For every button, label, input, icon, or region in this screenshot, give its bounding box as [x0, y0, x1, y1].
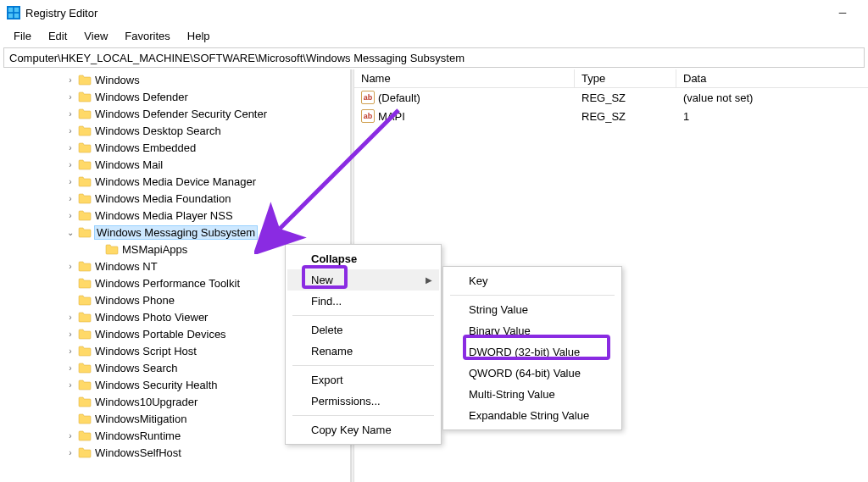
tree-item[interactable]: ›Windows Mail — [0, 156, 350, 173]
folder-icon — [78, 226, 92, 238]
tree-item-label: Windows Media Foundation — [95, 192, 231, 205]
chevron-icon[interactable]: › — [64, 446, 76, 458]
svg-rect-3 — [14, 14, 19, 18]
list-row[interactable]: ab(Default)REG_SZ(value not set) — [354, 88, 868, 107]
context-menu: CollapseNew▶Find...DeleteRenameExportPer… — [285, 244, 442, 445]
tree-item-label: Windows Embedded — [95, 141, 196, 154]
chevron-icon[interactable]: › — [64, 108, 76, 119]
tree-item-label: WindowsRuntime — [95, 429, 181, 442]
folder-icon — [78, 413, 92, 424]
tree-item-label: Windows Desktop Search — [95, 125, 221, 137]
menu-item-dword-32-bit-value[interactable]: DWORD (32-bit) Value — [445, 341, 620, 363]
tree-item-label: Windows Defender — [95, 91, 188, 103]
chevron-icon[interactable]: › — [64, 362, 76, 374]
menu-item-binary-value[interactable]: Binary Value — [445, 320, 620, 341]
tree-item-label: Windows Script Host — [95, 345, 197, 357]
folder-icon — [78, 91, 92, 102]
address-path: Computer\HKEY_LOCAL_MACHINE\SOFTWARE\Mic… — [9, 52, 465, 64]
tree-item-label: Windows10Upgrader — [95, 396, 198, 408]
minimize-button[interactable]: ─ — [824, 1, 861, 25]
value-type: REG_SZ — [575, 91, 676, 104]
svg-rect-2 — [8, 14, 13, 18]
folder-icon — [78, 74, 92, 86]
chevron-icon[interactable]: › — [64, 192, 76, 204]
menu-view[interactable]: View — [75, 28, 116, 44]
tree-item-label: Windows Phone — [95, 294, 175, 307]
tree-item[interactable]: ›Windows Desktop Search — [0, 122, 350, 139]
address-bar[interactable]: Computer\HKEY_LOCAL_MACHINE\SOFTWARE\Mic… — [3, 47, 865, 68]
chevron-icon[interactable]: › — [64, 125, 76, 136]
string-value-icon: ab — [361, 91, 375, 104]
folder-icon — [78, 396, 92, 407]
folder-icon — [78, 158, 92, 170]
tree-item[interactable]: ›Windows Defender Security Center — [0, 105, 350, 122]
tree-item-label: MSMapiApps — [122, 243, 187, 256]
registry-editor-icon — [7, 6, 20, 19]
tree-item[interactable]: ›Windows Media Player NSS — [0, 207, 350, 224]
folder-icon — [78, 379, 92, 391]
chevron-icon[interactable]: › — [64, 209, 76, 221]
menu-item-find[interactable]: Find... — [287, 291, 439, 312]
titlebar: Registry Editor ─ — [0, 0, 868, 25]
svg-rect-0 — [8, 8, 13, 12]
folder-icon — [78, 294, 92, 306]
menu-item-expandable-string-value[interactable]: Expandable String Value — [445, 405, 620, 426]
chevron-icon[interactable]: › — [64, 379, 76, 391]
column-type[interactable]: Type — [575, 69, 676, 87]
tree-item-label: Windows Media Player NSS — [95, 209, 233, 222]
menu-item-rename[interactable]: Rename — [287, 341, 439, 362]
menu-separator — [292, 415, 434, 416]
tree-item-label: WindowsSelfHost — [95, 446, 181, 459]
menu-item-collapse[interactable]: Collapse — [287, 248, 439, 269]
menu-item-multi-string-value[interactable]: Multi-String Value — [445, 384, 620, 405]
chevron-icon[interactable]: › — [64, 345, 76, 357]
chevron-icon[interactable]: › — [64, 311, 76, 323]
menu-item-string-value[interactable]: String Value — [445, 299, 620, 320]
tree-item[interactable]: ›WindowsSelfHost — [0, 444, 350, 461]
menu-item-delete[interactable]: Delete — [287, 319, 439, 341]
value-name: MAPI — [378, 110, 405, 123]
chevron-icon[interactable]: › — [64, 74, 76, 86]
submenu-arrow-icon: ▶ — [426, 275, 432, 285]
list-row[interactable]: abMAPIREG_SZ1 — [354, 107, 868, 125]
menu-favorites[interactable]: Favorites — [116, 28, 178, 44]
tree-item-label: Windows Photo Viewer — [95, 311, 208, 324]
folder-icon — [78, 328, 92, 340]
tree-item[interactable]: ›Windows — [0, 71, 350, 88]
menu-item-permissions[interactable]: Permissions... — [287, 391, 439, 412]
folder-icon — [78, 209, 92, 221]
folder-icon — [78, 108, 92, 119]
menu-item-new[interactable]: New▶ — [287, 269, 439, 291]
menu-item-qword-64-bit-value[interactable]: QWORD (64-bit) Value — [445, 363, 620, 384]
chevron-icon[interactable]: › — [64, 141, 76, 153]
window-title: Registry Editor — [25, 7, 97, 19]
tree-item[interactable]: ⌄Windows Messaging Subsystem — [0, 224, 350, 241]
menu-item-key[interactable]: Key — [445, 270, 620, 291]
chevron-icon[interactable]: › — [64, 260, 76, 272]
folder-icon — [78, 192, 92, 204]
tree-item[interactable]: ›Windows Media Device Manager — [0, 173, 350, 190]
tree-item-label: Windows Security Health — [95, 379, 218, 391]
tree-item[interactable]: ›Windows Media Foundation — [0, 190, 350, 207]
menu-separator — [292, 315, 434, 316]
column-name[interactable]: Name — [354, 69, 575, 87]
menu-separator — [450, 295, 615, 296]
chevron-icon[interactable]: › — [64, 91, 76, 102]
menu-help[interactable]: Help — [179, 28, 219, 44]
menu-file[interactable]: File — [5, 28, 40, 44]
chevron-icon[interactable]: › — [64, 175, 76, 187]
chevron-icon[interactable]: › — [64, 328, 76, 340]
menu-item-copy-key-name[interactable]: Copy Key Name — [287, 419, 439, 440]
tree-item-label: Windows Portable Devices — [95, 328, 226, 341]
tree-item-label: WindowsMitigation — [95, 413, 186, 425]
chevron-icon[interactable]: › — [64, 429, 76, 441]
chevron-icon[interactable]: ⌄ — [64, 226, 76, 238]
tree-item-label: Windows Defender Security Center — [95, 108, 267, 120]
column-data[interactable]: Data — [676, 69, 868, 87]
tree-item[interactable]: ›Windows Embedded — [0, 139, 350, 156]
tree-item[interactable]: ›Windows Defender — [0, 88, 350, 105]
chevron-icon[interactable]: › — [64, 158, 76, 170]
tree-item-label: Windows Media Device Manager — [95, 175, 256, 188]
menu-item-export[interactable]: Export — [287, 369, 439, 391]
menu-edit[interactable]: Edit — [40, 28, 75, 44]
